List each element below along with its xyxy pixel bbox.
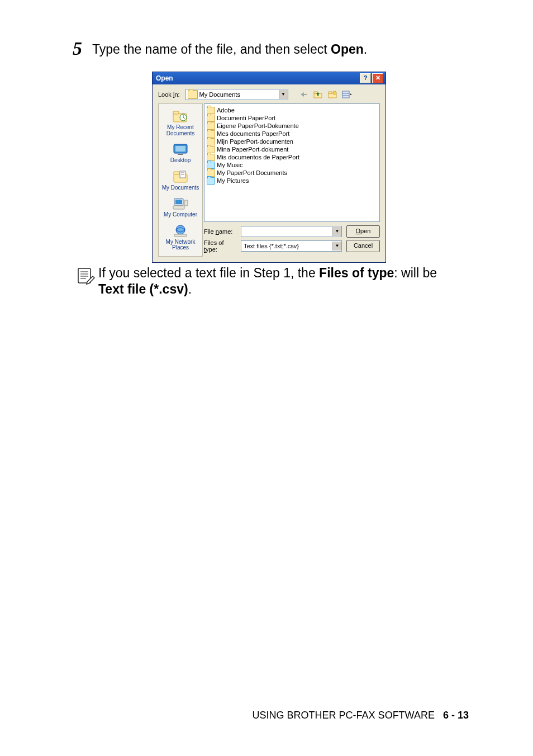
file-item[interactable]: My PaperPort Documents (207, 169, 377, 177)
mycomputer-icon (172, 196, 189, 211)
svg-rect-23 (184, 200, 188, 206)
file-list[interactable]: Adobe Documenti PaperPort Eigene PaperPo… (204, 103, 380, 222)
svg-rect-6 (342, 91, 349, 98)
lookin-value: My Documents (199, 91, 279, 98)
help-button[interactable]: ? (360, 73, 371, 83)
place-label: My Network Places (159, 239, 202, 251)
svg-rect-0 (303, 94, 307, 95)
lookin-toolbar (297, 89, 353, 100)
desktop-icon (172, 142, 189, 157)
file-item[interactable]: Mes documents PaperPort (207, 130, 377, 138)
file-item[interactable]: Mijn PaperPort-documenten (207, 138, 377, 145)
place-label: My Documents (162, 185, 199, 191)
svg-rect-21 (175, 200, 182, 204)
svg-rect-14 (178, 154, 183, 155)
file-name: My Pictures (217, 177, 249, 184)
new-folder-button[interactable] (326, 89, 339, 100)
place-mycomputer[interactable]: My Computer (159, 195, 202, 220)
note: If you selected a text file in Step 1, t… (76, 265, 469, 297)
place-desktop[interactable]: Desktop (159, 140, 202, 166)
svg-rect-16 (174, 172, 179, 174)
page-footer: USING BROTHER PC-FAX SOFTWARE 6 - 13 (0, 710, 533, 721)
filetype-field[interactable]: Text files {*.txt;*.csv} ▼ (241, 240, 342, 252)
note-line2-bold: Text file (*.csv) (98, 282, 188, 296)
folder-icon (188, 90, 198, 99)
open-button[interactable]: Open (346, 225, 380, 238)
chevron-down-icon[interactable]: ▼ (332, 242, 341, 251)
chevron-down-icon[interactable]: ▼ (279, 90, 288, 99)
file-name: Mes documents PaperPort (217, 130, 289, 137)
file-name: Mina PaperPort-dokument (217, 146, 288, 153)
cancel-button[interactable]: Cancel (346, 240, 380, 252)
lookin-combo[interactable]: My Documents ▼ (185, 89, 288, 100)
places-bar: My Recent Documents Desktop My Documents (158, 103, 203, 257)
place-mydocuments[interactable]: My Documents (159, 168, 202, 193)
svg-rect-22 (173, 206, 184, 209)
svg-point-24 (176, 225, 185, 234)
step-number: 5 (73, 39, 82, 58)
filename-field[interactable]: ▼ (241, 226, 342, 237)
svg-point-5 (333, 91, 336, 94)
file-item[interactable]: Eigene PaperPort-Dokumente (207, 122, 377, 130)
back-button[interactable] (297, 89, 310, 100)
note-line1-pre: If you selected a text file in Step 1, t… (98, 266, 319, 280)
lookin-row: Look in: My Documents ▼ (158, 89, 380, 100)
step-text-suffix: . (364, 42, 367, 56)
step-text-prefix: Type the name of the file, and then sele… (92, 42, 331, 56)
dialog-titlebar: Open ? ✕ (153, 72, 386, 84)
file-item[interactable]: My Music (207, 161, 377, 169)
mydocuments-icon (172, 169, 189, 184)
open-dialog-screenshot: Open ? ✕ Look in: My Documents ▼ (152, 72, 386, 263)
step-text-bold: Open (331, 42, 364, 56)
file-name: Mijn PaperPort-documenten (217, 138, 293, 145)
folder-icon (207, 177, 215, 185)
open-dialog: Open ? ✕ Look in: My Documents ▼ (152, 72, 386, 263)
svg-rect-13 (175, 146, 185, 152)
svg-rect-10 (173, 111, 179, 114)
note-line1-post: : will be (394, 266, 437, 280)
dialog-title-text: Open (156, 74, 173, 82)
filetype-value: Text files {*.txt;*.csv} (244, 243, 299, 249)
file-item[interactable]: Documenti PaperPort (207, 114, 377, 122)
place-label: My Computer (164, 212, 197, 218)
svg-rect-4 (329, 92, 332, 93)
note-icon (76, 266, 96, 287)
network-icon (172, 224, 189, 238)
file-name: Mis documentos de PaperPort (217, 154, 299, 160)
place-label: My Recent Documents (159, 125, 202, 136)
file-name: Adobe (217, 107, 235, 114)
filetype-label: Files of type: (204, 239, 236, 253)
close-button[interactable]: ✕ (372, 73, 383, 83)
place-label: Desktop (170, 158, 191, 164)
file-item[interactable]: Adobe (207, 106, 377, 114)
svg-rect-2 (314, 92, 317, 93)
chevron-down-icon[interactable]: ▼ (332, 227, 341, 236)
note-line2-post: . (188, 282, 192, 296)
note-text: If you selected a text file in Step 1, t… (98, 265, 437, 297)
recent-icon (172, 109, 189, 124)
file-item[interactable]: My Pictures (207, 177, 377, 185)
svg-rect-25 (174, 234, 187, 237)
note-line1-bold: Files of type (319, 266, 394, 280)
file-name: Eigene PaperPort-Dokumente (217, 122, 299, 129)
place-network[interactable]: My Network Places (159, 222, 202, 253)
file-item[interactable]: Mis documentos de PaperPort (207, 153, 377, 161)
step-5: 5 Type the name of the file, and then se… (73, 41, 469, 60)
footer-page: 6 - 13 (443, 710, 469, 721)
file-name: My Music (217, 162, 242, 168)
place-recent[interactable]: My Recent Documents (159, 107, 202, 138)
up-one-level-button[interactable] (312, 89, 324, 100)
file-name: My PaperPort Documents (217, 169, 287, 176)
footer-text: USING BROTHER PC-FAX SOFTWARE (253, 710, 435, 721)
file-name: Documenti PaperPort (217, 115, 275, 121)
views-button[interactable] (341, 89, 353, 100)
step-text: Type the name of the file, and then sele… (92, 41, 367, 58)
filename-label: File name: (204, 228, 236, 235)
lookin-label: Look in: (158, 91, 182, 98)
file-item[interactable]: Mina PaperPort-dokument (207, 145, 377, 153)
